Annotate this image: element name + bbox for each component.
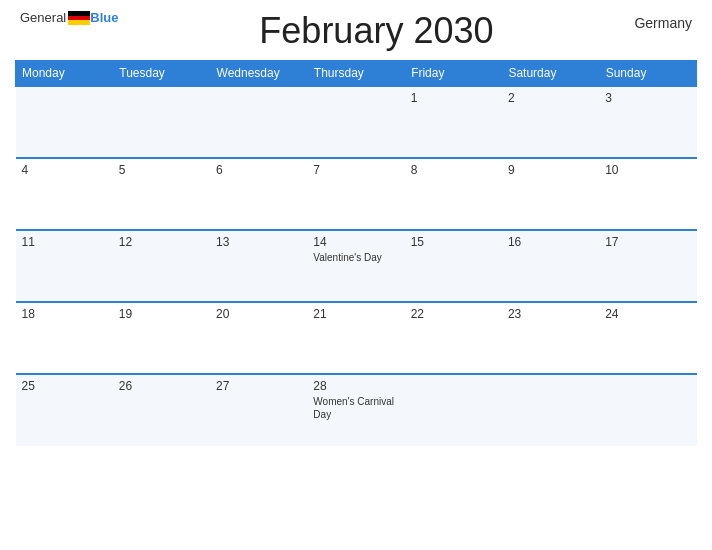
- calendar-cell: [113, 86, 210, 158]
- calendar-week-row: 11121314Valentine's Day151617: [16, 230, 697, 302]
- logo-blue-text: Blue: [90, 10, 118, 25]
- calendar-cell: 6: [210, 158, 307, 230]
- calendar-cell: 28Women's Carnival Day: [307, 374, 404, 446]
- calendar-cell: 8: [405, 158, 502, 230]
- day-number: 20: [216, 307, 301, 321]
- header-sunday: Sunday: [599, 61, 696, 87]
- calendar-cell: 20: [210, 302, 307, 374]
- calendar-cell: 27: [210, 374, 307, 446]
- calendar-cell: 14Valentine's Day: [307, 230, 404, 302]
- logo: General Blue: [20, 10, 118, 25]
- day-number: 5: [119, 163, 204, 177]
- day-number: 26: [119, 379, 204, 393]
- calendar-cell: 18: [16, 302, 113, 374]
- day-number: 21: [313, 307, 398, 321]
- calendar-week-row: 18192021222324: [16, 302, 697, 374]
- calendar-body: 1234567891011121314Valentine's Day151617…: [16, 86, 697, 446]
- day-number: 12: [119, 235, 204, 249]
- header-saturday: Saturday: [502, 61, 599, 87]
- day-event: Valentine's Day: [313, 251, 398, 264]
- calendar-week-row: 45678910: [16, 158, 697, 230]
- day-number: 13: [216, 235, 301, 249]
- header-friday: Friday: [405, 61, 502, 87]
- day-number: 17: [605, 235, 690, 249]
- day-number: 1: [411, 91, 496, 105]
- header-wednesday: Wednesday: [210, 61, 307, 87]
- day-number: 2: [508, 91, 593, 105]
- calendar-cell: 13: [210, 230, 307, 302]
- day-number: 19: [119, 307, 204, 321]
- calendar-cell: 21: [307, 302, 404, 374]
- day-number: 25: [22, 379, 107, 393]
- day-number: 24: [605, 307, 690, 321]
- header-thursday: Thursday: [307, 61, 404, 87]
- calendar-cell: [502, 374, 599, 446]
- day-number: 4: [22, 163, 107, 177]
- day-number: 3: [605, 91, 690, 105]
- calendar-cell: 3: [599, 86, 696, 158]
- calendar-cell: 19: [113, 302, 210, 374]
- calendar-cell: 15: [405, 230, 502, 302]
- calendar-page: General Blue February 2030 Germany Monda…: [0, 0, 712, 550]
- day-number: 16: [508, 235, 593, 249]
- calendar-cell: [405, 374, 502, 446]
- day-number: 7: [313, 163, 398, 177]
- calendar-cell: [210, 86, 307, 158]
- day-number: 6: [216, 163, 301, 177]
- day-number: 11: [22, 235, 107, 249]
- day-number: 27: [216, 379, 301, 393]
- day-number: 22: [411, 307, 496, 321]
- logo-general-text: General: [20, 10, 66, 25]
- calendar-cell: 25: [16, 374, 113, 446]
- calendar-cell: [599, 374, 696, 446]
- svg-rect-2: [68, 20, 90, 25]
- calendar-cell: 12: [113, 230, 210, 302]
- calendar-cell: 2: [502, 86, 599, 158]
- calendar-cell: 9: [502, 158, 599, 230]
- svg-rect-1: [68, 16, 90, 20]
- day-event: Women's Carnival Day: [313, 395, 398, 421]
- calendar-cell: 23: [502, 302, 599, 374]
- calendar-table: Monday Tuesday Wednesday Thursday Friday…: [15, 60, 697, 446]
- calendar-cell: 4: [16, 158, 113, 230]
- calendar-cell: 10: [599, 158, 696, 230]
- day-number: 8: [411, 163, 496, 177]
- day-number: 9: [508, 163, 593, 177]
- country-label: Germany: [634, 10, 692, 31]
- calendar-cell: 24: [599, 302, 696, 374]
- weekday-header-row: Monday Tuesday Wednesday Thursday Friday…: [16, 61, 697, 87]
- calendar-cell: 22: [405, 302, 502, 374]
- header-monday: Monday: [16, 61, 113, 87]
- calendar-week-row: 123: [16, 86, 697, 158]
- day-number: 14: [313, 235, 398, 249]
- header-tuesday: Tuesday: [113, 61, 210, 87]
- calendar-cell: 7: [307, 158, 404, 230]
- day-number: 18: [22, 307, 107, 321]
- calendar-cell: 11: [16, 230, 113, 302]
- day-number: 15: [411, 235, 496, 249]
- calendar-cell: 1: [405, 86, 502, 158]
- day-number: 28: [313, 379, 398, 393]
- calendar-week-row: 25262728Women's Carnival Day: [16, 374, 697, 446]
- header: General Blue February 2030 Germany: [15, 10, 697, 52]
- calendar-cell: [307, 86, 404, 158]
- day-number: 23: [508, 307, 593, 321]
- calendar-cell: [16, 86, 113, 158]
- calendar-cell: 17: [599, 230, 696, 302]
- calendar-cell: 16: [502, 230, 599, 302]
- calendar-title: February 2030: [118, 10, 634, 52]
- day-number: 10: [605, 163, 690, 177]
- svg-rect-0: [68, 11, 90, 16]
- logo-flag-icon: [68, 11, 90, 25]
- calendar-cell: 5: [113, 158, 210, 230]
- calendar-cell: 26: [113, 374, 210, 446]
